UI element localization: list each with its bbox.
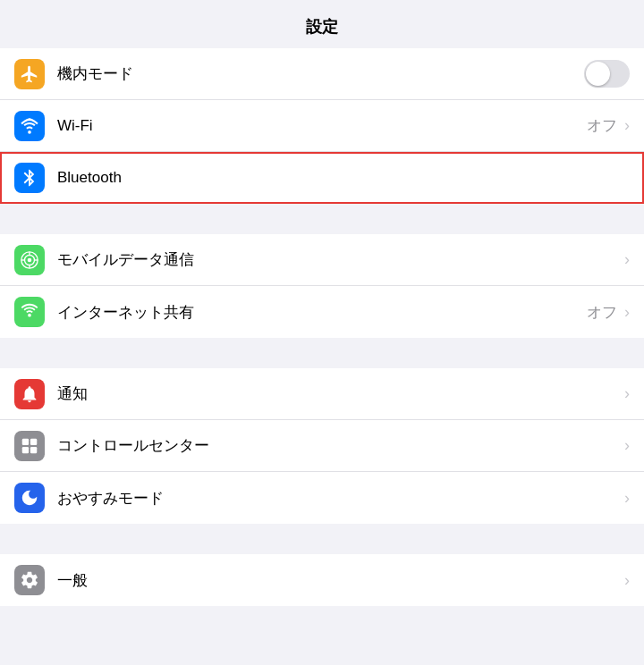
page-title: 設定 xyxy=(0,0,644,48)
cellular-icon-wrap xyxy=(14,245,45,275)
svg-rect-10 xyxy=(30,446,37,452)
row-notifications[interactable]: 通知 › xyxy=(0,368,644,420)
airplane-icon xyxy=(20,64,39,84)
svg-rect-9 xyxy=(22,446,29,452)
control-center-chevron: › xyxy=(624,436,630,455)
notifications-icon xyxy=(20,384,39,404)
notifications-icon-wrap xyxy=(14,379,45,409)
general-chevron: › xyxy=(624,571,630,590)
wifi-chevron: › xyxy=(624,116,630,135)
control-center-icon xyxy=(20,436,39,456)
svg-rect-8 xyxy=(30,438,37,444)
row-hotspot[interactable]: インターネット共有 オフ › xyxy=(0,286,644,338)
general-icon-wrap xyxy=(14,565,45,595)
cellular-label: モバイルデータ通信 xyxy=(57,249,623,270)
bluetooth-label: Bluetooth xyxy=(57,169,630,187)
row-general[interactable]: 一般 › xyxy=(0,554,644,606)
cellular-icon xyxy=(20,250,39,270)
wifi-value: オフ xyxy=(587,115,617,136)
airplane-icon-wrap xyxy=(14,59,45,89)
notifications-label: 通知 xyxy=(57,383,623,404)
do-not-disturb-chevron: › xyxy=(624,489,630,508)
row-cellular[interactable]: モバイルデータ通信 › xyxy=(0,234,644,286)
section-gap-2 xyxy=(0,338,644,368)
section-system: 通知 › コントロールセンター › おやすみモード › xyxy=(0,368,644,524)
hotspot-value: オフ xyxy=(587,302,617,323)
control-center-label: コントロールセンター xyxy=(57,435,623,456)
row-wifi[interactable]: Wi-Fi オフ › xyxy=(0,100,644,152)
section-general: 一般 › xyxy=(0,554,644,606)
bluetooth-icon xyxy=(20,168,39,188)
svg-point-2 xyxy=(28,257,32,262)
do-not-disturb-icon xyxy=(20,488,39,508)
airplane-toggle-knob xyxy=(586,62,610,86)
notifications-chevron: › xyxy=(624,384,630,403)
row-bluetooth[interactable]: Bluetooth xyxy=(0,152,644,204)
svg-rect-7 xyxy=(22,438,29,444)
bluetooth-icon-wrap xyxy=(14,163,45,193)
control-center-icon-wrap xyxy=(14,431,45,461)
cellular-chevron: › xyxy=(624,250,630,269)
row-airplane[interactable]: 機内モード xyxy=(0,48,644,100)
hotspot-label: インターネット共有 xyxy=(57,302,587,323)
hotspot-icon xyxy=(20,302,39,322)
section-gap-1 xyxy=(0,204,644,234)
hotspot-chevron: › xyxy=(624,303,630,322)
wifi-icon xyxy=(20,116,39,136)
airplane-toggle[interactable] xyxy=(584,60,630,88)
do-not-disturb-label: おやすみモード xyxy=(57,488,623,509)
general-label: 一般 xyxy=(57,570,623,591)
row-control-center[interactable]: コントロールセンター › xyxy=(0,420,644,472)
section-connectivity: 機内モード Wi-Fi オフ › Bluetooth xyxy=(0,48,644,204)
wifi-label: Wi-Fi xyxy=(57,117,587,135)
section-network: モバイルデータ通信 › インターネット共有 オフ › xyxy=(0,234,644,338)
airplane-label: 機内モード xyxy=(57,63,577,84)
wifi-icon-wrap xyxy=(14,111,45,141)
do-not-disturb-icon-wrap xyxy=(14,483,45,513)
row-do-not-disturb[interactable]: おやすみモード › xyxy=(0,472,644,524)
section-gap-3 xyxy=(0,524,644,554)
general-icon xyxy=(20,570,39,590)
hotspot-icon-wrap xyxy=(14,297,45,327)
